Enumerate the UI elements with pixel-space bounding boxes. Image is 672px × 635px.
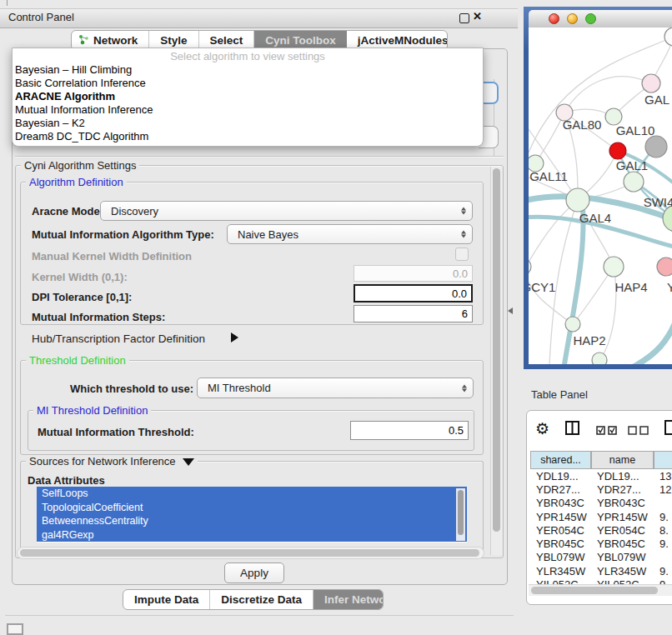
- mi-threshold-input[interactable]: [350, 421, 469, 440]
- cell-value: 9.: [654, 565, 672, 578]
- table-hscrollbar-thumb[interactable]: [531, 587, 658, 594]
- tab-style-label: Style: [160, 34, 187, 47]
- table-row[interactable]: YBL079W YBL079W: [530, 551, 672, 564]
- table-row[interactable]: YPR145W YPR145W 9.: [530, 510, 672, 523]
- aracne-mode-combo[interactable]: Discovery: [100, 201, 473, 221]
- cell-name: YPR145W: [591, 511, 654, 523]
- cell-name: YER054C: [591, 524, 654, 537]
- kernel-width-label: Kernel Width (0,1):: [32, 271, 128, 283]
- application-root: Control Panel ✕ Network Style Select Cyn…: [0, 0, 672, 635]
- column-header-name[interactable]: name: [591, 451, 654, 469]
- tab-infer-network[interactable]: Infer Network: [313, 590, 384, 609]
- aracne-mode-label: Aracne Mode:: [32, 205, 103, 218]
- algorithm-select-popup: Select algorithm to view settingsBayesia…: [12, 48, 484, 147]
- column-header-partial[interactable]: [654, 451, 672, 469]
- algorithm-menu-item[interactable]: Bayesian – K2: [13, 117, 483, 130]
- tab-impute-data[interactable]: Impute Data: [123, 590, 210, 609]
- hub-definition-label: Hub/Transcription Factor Definition: [32, 332, 205, 345]
- node-red[interactable]: [609, 142, 626, 159]
- table-row[interactable]: YDL19... YDL19... 13: [530, 469, 672, 482]
- window-close-light[interactable]: [549, 13, 559, 24]
- attributes-scrollbar-track[interactable]: [456, 488, 465, 541]
- node-partial-top[interactable]: [664, 28, 672, 46]
- split-columns-icon[interactable]: [565, 421, 579, 438]
- list-item[interactable]: BetweennessCentrality: [37, 514, 467, 528]
- dpi-tolerance-input[interactable]: [354, 284, 473, 302]
- tab-impute-label: Impute Data: [134, 593, 198, 606]
- mi-algorithm-type-label: Mutual Information Algorithm Type:: [32, 228, 214, 241]
- table-row[interactable]: YER054C YER054C 8.: [530, 523, 672, 537]
- tab-cyni-toolbox-label: Cyni Toolbox: [265, 34, 336, 47]
- control-panel-title: Control Panel: [8, 11, 74, 23]
- which-threshold-combo[interactable]: MI Threshold: [197, 378, 474, 398]
- tab-network-label: Network: [93, 34, 138, 47]
- node-label: GAL10: [616, 123, 655, 138]
- float-panel-icon[interactable]: [459, 13, 469, 23]
- hub-expander-arrow-icon[interactable]: [231, 332, 238, 342]
- mi-threshold-label: Mutual Information Threshold:: [38, 426, 194, 438]
- sources-title-text: Sources for Network Inference: [29, 455, 176, 468]
- node-bottom[interactable]: [592, 352, 607, 364]
- data-attributes-list[interactable]: SelfLoops TopologicalCoefficient Between…: [37, 487, 467, 542]
- partial-toolbar-icon[interactable]: [664, 419, 672, 439]
- table-row[interactable]: YBR043C YBR043C: [530, 497, 672, 510]
- algorithm-menu-item[interactable]: Dream8 DC_TDC Algorithm: [13, 130, 483, 143]
- cell-name: YDR27...: [591, 483, 654, 496]
- node-gal10[interactable]: [605, 108, 622, 125]
- algorithm-menu-item[interactable]: Bayesian – Hill Climbing: [13, 63, 483, 77]
- which-threshold-label: Which threshold to use:: [70, 382, 193, 395]
- manual-kernel-width-label: Manual Kernel Width Definition: [32, 250, 192, 262]
- settings-hscrollbar-thumb[interactable]: [20, 549, 479, 557]
- apply-button-label: Apply: [240, 567, 268, 579]
- window-zoom-light[interactable]: [585, 13, 596, 24]
- window-minimize-light[interactable]: [567, 13, 578, 24]
- node-gal-partial[interactable]: [642, 74, 660, 92]
- algorithm-menu-item[interactable]: Basic Correlation Inference: [13, 77, 483, 90]
- mi-algorithm-type-combo[interactable]: Naive Bayes: [227, 224, 473, 244]
- attributes-scrollbar-thumb[interactable]: [458, 490, 464, 535]
- bottom-tabbar: Impute Data Discretize Data Infer Networ…: [123, 589, 384, 610]
- apply-button[interactable]: Apply: [224, 562, 284, 583]
- select-all-checkboxes-icon[interactable]: [596, 423, 618, 438]
- list-item[interactable]: SelfLoops: [37, 487, 467, 501]
- cell-shared-name: YBR045C: [530, 538, 591, 550]
- cell-shared-name: YDR27...: [530, 483, 591, 496]
- table-body: YDL19... YDL19... 13 YDR27... YDR27... 1…: [530, 469, 672, 592]
- cell-shared-name: YER054C: [530, 524, 591, 537]
- table-row[interactable]: YDR27... YDR27... 12: [530, 482, 672, 496]
- network-canvas[interactable]: GAL GAL80 GAL10 GAL1 GAL11 SWI4 GAL4 GCY…: [529, 28, 672, 364]
- node-label: GAL11: [529, 169, 568, 183]
- close-panel-icon[interactable]: ✕: [473, 10, 482, 22]
- node-hap2[interactable]: [565, 317, 580, 332]
- deselect-all-checkboxes-icon[interactable]: [628, 423, 649, 438]
- cyni-algorithm-settings-title: Cyni Algorithm Settings: [21, 159, 139, 172]
- table-row[interactable]: YBR045C YBR045C 9.: [530, 537, 672, 550]
- settings-hscrollbar-track[interactable]: [17, 547, 484, 559]
- list-item[interactable]: TopologicalCoefficient: [37, 501, 467, 515]
- data-attributes-label: Data Attributes: [28, 474, 105, 487]
- node-gal4[interactable]: [566, 188, 589, 212]
- minimized-panel-icon[interactable]: [7, 623, 23, 635]
- manual-kernel-width-checkbox[interactable]: [455, 248, 469, 261]
- kernel-width-input[interactable]: [354, 265, 473, 282]
- table-row[interactable]: YLR345W YLR345W 9.: [530, 564, 672, 578]
- node-hap4[interactable]: [604, 257, 624, 277]
- node-pink-right[interactable]: [657, 258, 672, 276]
- node-label: HAP2: [573, 333, 605, 348]
- column-header-shared-name[interactable]: shared...: [530, 451, 591, 469]
- gear-icon[interactable]: ⚙: [535, 419, 549, 438]
- tab-discretize-data[interactable]: Discretize Data: [210, 590, 313, 609]
- cell-name: YLR345W: [591, 565, 654, 578]
- list-item[interactable]: gal4RGexp: [37, 528, 467, 542]
- settings-scrollbar-track[interactable]: [490, 167, 502, 555]
- algorithm-menu-item[interactable]: Mutual Information Inference: [13, 103, 483, 117]
- table-hscrollbar-track[interactable]: [529, 584, 672, 596]
- hub-definition-expander[interactable]: Hub/Transcription Factor Definition: [32, 332, 205, 345]
- splitter-collapse-icon[interactable]: [508, 308, 513, 314]
- mi-steps-input[interactable]: [354, 305, 473, 322]
- settings-scrollbar-thumb[interactable]: [493, 168, 500, 532]
- algorithm-menu-item[interactable]: ARACNE Algorithm: [13, 90, 483, 103]
- node-gray[interactable]: [645, 136, 667, 158]
- node-gal1[interactable]: [624, 172, 644, 192]
- sources-collapse-arrow-icon[interactable]: [183, 458, 194, 466]
